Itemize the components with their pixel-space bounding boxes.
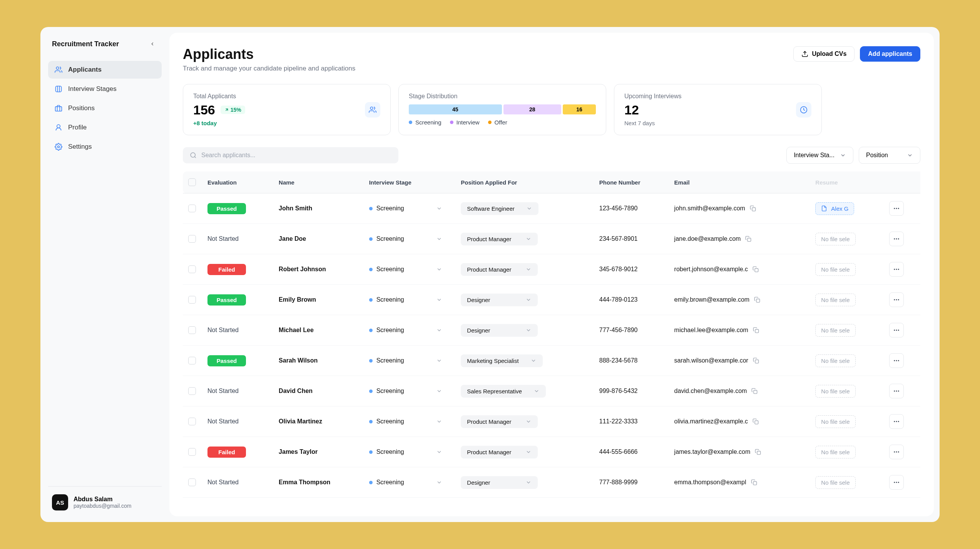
stage-select[interactable]: Screening — [369, 327, 450, 334]
position-select[interactable]: Product Manager — [461, 415, 538, 428]
row-more-button[interactable] — [889, 384, 904, 398]
row-checkbox[interactable] — [188, 326, 196, 334]
add-applicants-button[interactable]: Add applicants — [860, 46, 920, 62]
position-select[interactable]: Marketing Specialist — [461, 354, 542, 367]
email: james.taylor@example.com — [674, 448, 751, 455]
trend-up-icon — [224, 107, 229, 112]
copy-email-button[interactable] — [754, 297, 760, 303]
stage-select[interactable]: Screening — [369, 296, 450, 303]
row-more-button[interactable] — [889, 414, 904, 429]
svg-rect-28 — [755, 329, 759, 333]
sidebar-collapse-button[interactable] — [147, 39, 158, 49]
row-checkbox[interactable] — [188, 387, 196, 395]
position-select[interactable]: Designer — [461, 324, 538, 337]
search-input[interactable] — [201, 152, 391, 159]
resume-upload[interactable]: No file sele — [815, 415, 855, 428]
position-select[interactable]: Product Manager — [461, 446, 538, 458]
sidebar-item-positions[interactable]: Positions — [48, 99, 162, 117]
sidebar-item-settings[interactable]: Settings — [48, 138, 162, 156]
col-resume: Resume — [810, 171, 883, 193]
resume-upload[interactable]: No file sele — [815, 324, 855, 337]
row-checkbox[interactable] — [188, 357, 196, 364]
row-more-button[interactable] — [889, 292, 904, 307]
svg-point-46 — [896, 452, 897, 453]
row-checkbox[interactable] — [188, 478, 196, 486]
resume-upload[interactable]: No file sele — [815, 294, 855, 306]
row-more-button[interactable] — [889, 323, 904, 337]
row-checkbox[interactable] — [188, 265, 196, 273]
copy-email-button[interactable] — [750, 205, 756, 212]
phone-number: 777-888-9999 — [594, 467, 669, 498]
col-stage: Interview Stage — [364, 171, 456, 193]
svg-line-11 — [194, 156, 196, 158]
row-more-button[interactable] — [889, 232, 904, 246]
position-select[interactable]: Designer — [461, 476, 538, 489]
sidebar-item-profile[interactable]: Profile — [48, 119, 162, 136]
row-more-button[interactable] — [889, 475, 904, 490]
table-row: FailedJames TaylorScreeningProduct Manag… — [183, 437, 920, 467]
position-select[interactable]: Software Engineer — [461, 202, 538, 215]
row-checkbox[interactable] — [188, 235, 196, 243]
svg-point-42 — [896, 421, 897, 422]
svg-point-49 — [894, 482, 895, 483]
position-select[interactable]: Sales Representative — [461, 385, 546, 398]
filter-stage-label: Interview Sta... — [794, 152, 835, 159]
select-all-checkbox[interactable] — [188, 178, 196, 186]
row-checkbox[interactable] — [188, 448, 196, 456]
row-more-button[interactable] — [889, 353, 904, 368]
resume-upload[interactable]: No file sele — [815, 446, 855, 458]
eval-text: Not Started — [207, 327, 239, 333]
copy-email-button[interactable] — [753, 327, 759, 333]
row-more-button[interactable] — [889, 201, 904, 216]
stages-icon — [54, 85, 63, 93]
applicant-name: David Chen — [273, 376, 364, 406]
stage-dot-icon — [369, 237, 373, 241]
copy-email-button[interactable] — [753, 266, 759, 272]
copy-email-button[interactable] — [751, 479, 757, 485]
resume-file[interactable]: Alex G — [815, 202, 854, 215]
copy-email-button[interactable] — [751, 388, 758, 394]
col-name: Name — [273, 171, 364, 193]
user-avatar[interactable]: AS — [52, 494, 68, 510]
stage-select[interactable]: Screening — [369, 235, 450, 242]
stage-select[interactable]: Screening — [369, 266, 450, 273]
svg-point-13 — [894, 208, 895, 209]
filter-stage[interactable]: Interview Sta... — [786, 147, 853, 164]
table-wrap[interactable]: Evaluation Name Interview Stage Position… — [183, 171, 920, 503]
resume-upload[interactable]: No file sele — [815, 233, 855, 245]
sidebar-nav: ApplicantsInterview StagesPositionsProfi… — [48, 61, 162, 156]
stage-select[interactable]: Screening — [369, 418, 450, 425]
chevron-down-icon — [436, 449, 450, 455]
copy-email-button[interactable] — [753, 358, 759, 364]
svg-point-22 — [896, 269, 897, 270]
sidebar-item-interview-stages[interactable]: Interview Stages — [48, 80, 162, 98]
stage-select[interactable]: Screening — [369, 479, 450, 486]
filter-position[interactable]: Position — [859, 147, 920, 164]
stage-select[interactable]: Screening — [369, 388, 450, 395]
copy-email-button[interactable] — [753, 418, 759, 425]
upload-cvs-button[interactable]: Upload CVs — [793, 46, 855, 62]
phone-number: 123-456-7890 — [594, 193, 669, 224]
position-select[interactable]: Designer — [461, 294, 538, 306]
resume-upload[interactable]: No file sele — [815, 385, 855, 398]
position-select[interactable]: Product Manager — [461, 233, 538, 245]
stage-select[interactable]: Screening — [369, 357, 450, 364]
row-more-button[interactable] — [889, 262, 904, 277]
copy-email-button[interactable] — [745, 236, 751, 242]
row-checkbox[interactable] — [188, 296, 196, 304]
sidebar-item-applicants[interactable]: Applicants — [48, 61, 162, 79]
chevron-down-icon — [840, 152, 846, 158]
resume-upload[interactable]: No file sele — [815, 263, 855, 276]
resume-upload[interactable]: No file sele — [815, 476, 855, 489]
stat-label: Stage Distribution — [409, 93, 596, 100]
search-box[interactable] — [183, 147, 398, 163]
row-more-button[interactable] — [889, 445, 904, 459]
clock-icon — [796, 102, 811, 118]
row-checkbox[interactable] — [188, 205, 196, 212]
resume-upload[interactable]: No file sele — [815, 354, 855, 367]
position-select[interactable]: Product Manager — [461, 263, 538, 276]
stage-select[interactable]: Screening — [369, 205, 450, 212]
stage-select[interactable]: Screening — [369, 448, 450, 455]
row-checkbox[interactable] — [188, 418, 196, 425]
copy-email-button[interactable] — [755, 449, 761, 455]
